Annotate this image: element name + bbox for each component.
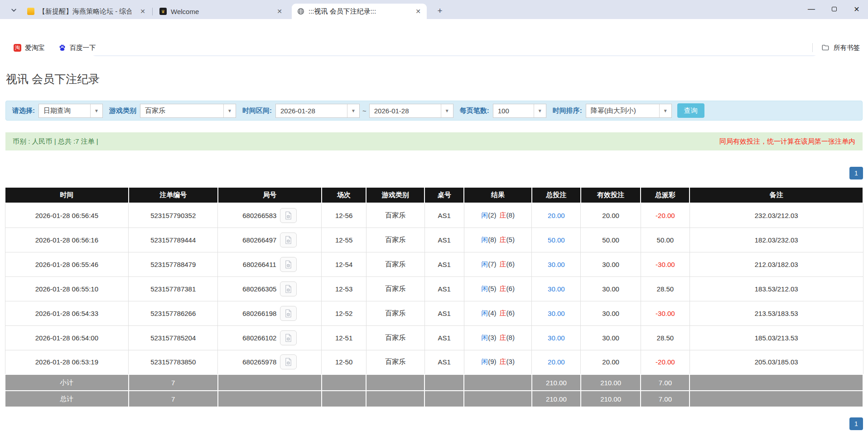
video-replay-button[interactable]: [280, 257, 297, 272]
close-window-icon[interactable]: ✕: [845, 0, 868, 18]
close-icon[interactable]: ✕: [139, 7, 147, 15]
time-cell: 2026-01-28 06:56:45: [5, 203, 129, 228]
caret-down-icon: ▼: [534, 104, 546, 117]
tab-betrecord[interactable]: :::视讯 会员下注纪录::: ✕: [292, 4, 427, 19]
game-category-cell: 百家乐: [366, 203, 424, 228]
bookmark-baidu[interactable]: 百度一下: [58, 44, 96, 52]
page-size-select[interactable]: 100 ▼: [493, 104, 546, 118]
table-number-cell: AS1: [424, 350, 464, 374]
globe-icon: [297, 8, 304, 15]
time-cell: 2026-01-28 06:54:33: [5, 301, 129, 325]
tab-title: Welcome: [171, 8, 199, 15]
video-file-icon: [284, 357, 293, 367]
total-bet-cell[interactable]: 50.00: [532, 228, 581, 252]
note-cell: 183.53/212.03: [690, 276, 863, 301]
subtotal-valid-bet: 210.00: [581, 374, 641, 391]
sort-label: 时间排序:: [553, 107, 582, 115]
round-number-cell: 680266411: [218, 252, 322, 276]
date-start-select[interactable]: 2026-01-28 ▼: [275, 104, 360, 118]
caret-down-icon: ▼: [90, 104, 102, 117]
search-button[interactable]: 查询: [677, 103, 704, 118]
tab-forum[interactable]: 【新提醒】海燕策略论坛 - 综合 ✕: [22, 4, 151, 19]
banker-result: 庄: [500, 358, 506, 365]
tab-title: :::视讯 会员下注纪录:::: [309, 7, 376, 16]
bookmarks-divider: [812, 43, 813, 52]
game-category-cell: 百家乐: [366, 276, 424, 301]
pagination-page-button[interactable]: 1: [849, 417, 863, 430]
grand-total-total-bet: 210.00: [532, 391, 581, 407]
table-header-row: 时间 注单编号 局号 场次 游戏类别 桌号 结果 总投注 有效投注 总派彩 备注: [5, 187, 863, 203]
game-category-cell: 百家乐: [366, 325, 424, 350]
grand-total-valid-bet: 210.00: [581, 391, 641, 407]
notice-text: 同局有效投注，统一计算在该局第一张注单内: [719, 137, 855, 146]
video-file-icon: [284, 333, 293, 343]
total-bet-cell[interactable]: 30.00: [532, 252, 581, 276]
close-icon[interactable]: ✕: [414, 7, 422, 15]
round-number-cell: 680266198: [218, 301, 322, 325]
time-cell: 2026-01-28 06:55:46: [5, 252, 129, 276]
bookmarks-bar: 淘 爱淘宝 百度一下 所有书签: [0, 40, 868, 55]
page-title: 视讯 会员下注纪录: [6, 72, 100, 87]
date-range-label: 时间区间:: [242, 107, 272, 115]
subtotal-count: 7: [129, 374, 218, 391]
video-replay-button[interactable]: [280, 306, 297, 321]
all-bookmarks-label[interactable]: 所有书签: [834, 44, 860, 52]
bookmark-label: 百度一下: [70, 44, 96, 52]
minimize-icon[interactable]: —: [800, 0, 823, 18]
video-replay-button[interactable]: [280, 354, 297, 369]
bet-number-cell: 523157786266: [129, 301, 218, 325]
maximize-icon[interactable]: [823, 0, 845, 18]
result-cell: 闲(8)庄(5): [464, 228, 532, 252]
tab-search-button[interactable]: [8, 5, 19, 15]
payout-cell: -30.00: [641, 301, 690, 325]
player-result: 闲: [481, 260, 488, 268]
col-header-session: 场次: [322, 187, 366, 203]
banker-result: 庄: [500, 260, 506, 268]
table-number-cell: AS1: [424, 301, 464, 325]
chevron-down-icon: [11, 7, 17, 13]
total-bet-cell[interactable]: 20.00: [532, 350, 581, 374]
bet-number-cell: 523157789444: [129, 228, 218, 252]
note-cell: 213.53/183.53: [690, 301, 863, 325]
bet-records-table: 时间 注单编号 局号 场次 游戏类别 桌号 结果 总投注 有效投注 总派彩 备注…: [5, 187, 863, 407]
bet-number-cell: 523157783850: [129, 350, 218, 374]
total-bet-cell[interactable]: 30.00: [532, 301, 581, 325]
video-replay-button[interactable]: [280, 330, 297, 345]
note-cell: 232.03/212.03: [690, 203, 863, 228]
pagination-page-button[interactable]: 1: [849, 167, 863, 179]
new-tab-button[interactable]: +: [434, 5, 446, 17]
round-number-cell: 680266583: [218, 203, 322, 228]
table-number-cell: AS1: [424, 276, 464, 301]
tab-welcome[interactable]: ♛ Welcome ✕: [154, 4, 288, 19]
total-bet-cell[interactable]: 30.00: [532, 325, 581, 350]
query-mode-select[interactable]: 日期查询 ▼: [39, 104, 103, 118]
game-category-select[interactable]: 百家乐 ▼: [140, 104, 236, 118]
col-header-valid-bet: 有效投注: [581, 187, 641, 203]
close-icon[interactable]: ✕: [275, 7, 284, 15]
payout-cell: 28.50: [641, 276, 690, 301]
player-result: 闲: [481, 285, 488, 292]
valid-bet-cell: 20.00: [581, 203, 641, 228]
forum-favicon: [27, 8, 34, 15]
video-replay-button[interactable]: [280, 281, 297, 296]
player-result: 闲: [481, 309, 488, 317]
bookmark-taobao[interactable]: 淘 爱淘宝: [14, 44, 45, 52]
session-cell: 12-51: [322, 325, 366, 350]
currency-summary: 币别 : 人民币 | 总共 :7 注单 |: [13, 137, 98, 146]
browser-toolbar: videoie.com/game/betrecord_search/kind3?…: [0, 19, 868, 40]
date-end-select[interactable]: 2026-01-28 ▼: [369, 104, 453, 118]
col-header-table-no: 桌号: [424, 187, 464, 203]
sort-select[interactable]: 降幂(由大到小) ▼: [586, 104, 672, 118]
session-cell: 12-54: [322, 252, 366, 276]
table-row: 2026-01-28 06:54:00 523157785204 6802661…: [5, 325, 863, 350]
result-cell: 闲(5)庄(6): [464, 276, 532, 301]
game-category-cell: 百家乐: [366, 301, 424, 325]
session-cell: 12-56: [322, 203, 366, 228]
subtotal-label: 小计: [5, 374, 129, 391]
total-bet-cell[interactable]: 30.00: [532, 276, 581, 301]
total-bet-cell[interactable]: 20.00: [532, 203, 581, 228]
video-replay-button[interactable]: [280, 233, 297, 247]
session-cell: 12-50: [322, 350, 366, 374]
table-row: 2026-01-28 06:56:16 523157789444 6802664…: [5, 228, 863, 252]
video-replay-button[interactable]: [280, 208, 297, 223]
